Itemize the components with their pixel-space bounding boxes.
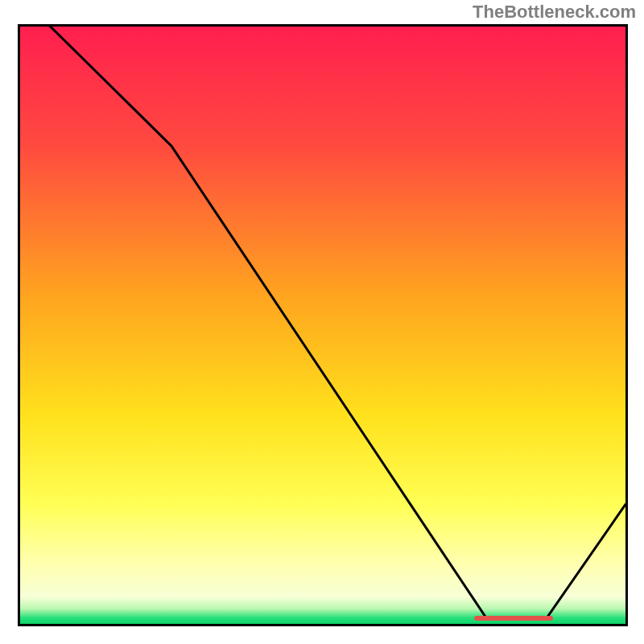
chart-stage: TheBottleneck.com — [0, 0, 644, 644]
plot-frame — [18, 24, 628, 626]
bottleneck-curve — [20, 27, 625, 618]
optimum-marker-strip — [474, 616, 553, 621]
watermark-text: TheBottleneck.com — [473, 2, 636, 23]
curve-layer — [20, 27, 625, 624]
